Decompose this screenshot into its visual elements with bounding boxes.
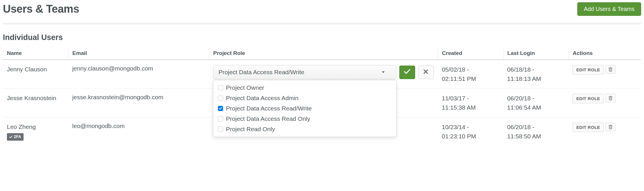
edit-role-button[interactable]: EDIT ROLE bbox=[572, 65, 604, 75]
role-dropdown[interactable]: Project Data Access Read/Write bbox=[213, 65, 396, 79]
edit-role-button[interactable]: EDIT ROLE bbox=[572, 123, 604, 132]
section-divider bbox=[3, 23, 641, 24]
col-header-email: Email bbox=[68, 47, 209, 60]
created-line2: 01:23:10 PM bbox=[442, 132, 499, 141]
role-dropdown-label: Project Data Access Read/Write bbox=[218, 69, 304, 76]
last-login-line1: 06/20/18 - bbox=[507, 94, 564, 103]
trash-icon bbox=[608, 67, 613, 72]
created-line2: 02:11:51 PM bbox=[442, 74, 499, 83]
delete-user-button[interactable] bbox=[605, 65, 616, 74]
user-name: Jenny Clauson bbox=[7, 65, 64, 73]
trash-icon bbox=[608, 125, 613, 129]
role-option[interactable]: Project Data Access Read Only bbox=[213, 114, 396, 124]
col-header-created: Created bbox=[438, 47, 503, 60]
role-option[interactable]: Project Owner bbox=[213, 83, 396, 93]
role-dropdown-menu: Project OwnerProject Data Access AdminPr… bbox=[213, 80, 396, 137]
edit-role-button[interactable]: EDIT ROLE bbox=[572, 94, 604, 103]
created-line1: 10/23/14 - bbox=[442, 123, 499, 132]
table-row: Jenny Clausonjenny.clauson@mongodb.comPr… bbox=[3, 60, 641, 89]
created-line1: 05/02/18 - bbox=[442, 65, 499, 74]
cell-actions: EDIT ROLE bbox=[568, 60, 641, 89]
cell-actions: EDIT ROLE bbox=[568, 117, 641, 146]
last-login-line1: 06/18/18 - bbox=[507, 65, 564, 74]
close-icon bbox=[423, 69, 428, 76]
cell-email: jesse.krasnostein@mongodb.com bbox=[68, 89, 209, 117]
user-name: Leo Zheng bbox=[7, 123, 64, 131]
checkbox-icon bbox=[218, 127, 223, 132]
role-option[interactable]: Project Data Access Admin bbox=[213, 93, 396, 103]
role-option[interactable]: Project Data Access Read/Write bbox=[213, 103, 396, 114]
last-login-line2: 11:06:54 AM bbox=[507, 103, 564, 112]
last-login-line2: 11:18:13 AM bbox=[507, 74, 564, 83]
role-option[interactable]: Project Read Only bbox=[213, 124, 396, 134]
cell-last-login: 06/20/18 -11:58:50 AM bbox=[503, 117, 568, 146]
checkbox-icon bbox=[218, 106, 223, 111]
delete-user-button[interactable] bbox=[605, 123, 616, 131]
col-header-actions: Actions bbox=[568, 47, 641, 60]
confirm-role-button[interactable] bbox=[399, 66, 415, 79]
delete-user-button[interactable] bbox=[605, 94, 616, 102]
section-title: Individual Users bbox=[3, 33, 641, 42]
caret-down-icon bbox=[382, 71, 385, 73]
users-table: Name Email Project Role Created Last Log… bbox=[3, 47, 641, 146]
role-option-label: Project Read Only bbox=[226, 126, 275, 133]
role-option-label: Project Data Access Read Only bbox=[226, 115, 310, 122]
cell-name: Leo Zheng2FA bbox=[3, 117, 68, 146]
twofa-badge: 2FA bbox=[7, 133, 24, 141]
cell-email: jenny.clauson@mongodb.com bbox=[68, 60, 209, 89]
role-option-label: Project Owner bbox=[226, 84, 264, 91]
created-line1: 11/03/17 - bbox=[442, 94, 499, 103]
cell-email: leo@mongodb.com bbox=[68, 117, 209, 146]
add-users-teams-button[interactable]: Add Users & Teams bbox=[577, 2, 641, 16]
cancel-role-button[interactable] bbox=[418, 66, 434, 79]
cell-name: Jenny Clauson bbox=[3, 60, 68, 89]
cell-name: Jesse Krasnostein bbox=[3, 89, 68, 117]
checkbox-icon bbox=[218, 96, 223, 101]
checkbox-icon bbox=[218, 85, 223, 90]
created-line2: 11:15:38 AM bbox=[442, 103, 499, 112]
twofa-label: 2FA bbox=[14, 134, 21, 140]
cell-last-login: 06/18/18 -11:18:13 AM bbox=[503, 60, 568, 89]
checkbox-icon bbox=[218, 116, 223, 121]
col-header-last-login: Last Login bbox=[503, 47, 568, 60]
last-login-line1: 06/20/18 - bbox=[507, 123, 564, 132]
role-option-label: Project Data Access Read/Write bbox=[226, 105, 312, 112]
cell-created: 05/02/18 -02:11:51 PM bbox=[438, 60, 503, 89]
cell-created: 10/23/14 -01:23:10 PM bbox=[438, 117, 503, 146]
cell-role: Project Data Access Read/WriteProject Ow… bbox=[209, 60, 438, 89]
user-name: Jesse Krasnostein bbox=[7, 94, 64, 102]
cell-actions: EDIT ROLE bbox=[568, 89, 641, 117]
cell-last-login: 06/20/18 -11:06:54 AM bbox=[503, 89, 568, 117]
role-option-label: Project Data Access Admin bbox=[226, 95, 298, 102]
page-title: Users & Teams bbox=[3, 3, 79, 15]
last-login-line2: 11:58:50 AM bbox=[507, 132, 564, 141]
col-header-role: Project Role bbox=[209, 47, 438, 60]
col-header-name: Name bbox=[3, 47, 68, 60]
trash-icon bbox=[608, 96, 613, 100]
cell-created: 11/03/17 -11:15:38 AM bbox=[438, 89, 503, 117]
check-icon bbox=[404, 69, 410, 76]
